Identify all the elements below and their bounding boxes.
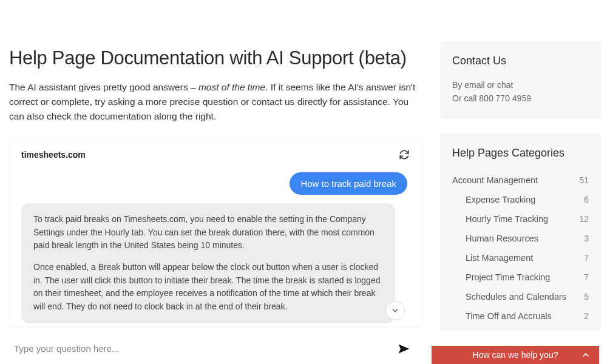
intro-text: The AI assistant gives pretty good answe… (9, 80, 422, 124)
category-item[interactable]: Project Time Tracking7 (452, 268, 589, 287)
category-count: 7 (584, 272, 589, 282)
categories-card: Help Pages Categories Account Management… (440, 133, 601, 331)
page-title: Help Page Documentation with AI Support … (9, 47, 422, 69)
contact-line: By email or chat (452, 78, 589, 92)
chat-widget: timesheets.com How to track paid break T… (9, 141, 422, 326)
ai-message: To track paid breaks on Timesheets.com, … (21, 203, 395, 323)
chat-header: timesheets.com (9, 141, 422, 169)
category-item[interactable]: Time Off and Accruals2 (452, 306, 589, 326)
intro-em: most of the time (198, 82, 265, 92)
contact-heading: Contact Us (452, 55, 589, 67)
chevron-up-icon (581, 350, 591, 360)
category-label: Hourly Time Tracking (466, 214, 548, 224)
chat-title: timesheets.com (21, 150, 86, 160)
category-count: 7 (584, 253, 589, 263)
category-count: 5 (584, 292, 589, 302)
ai-paragraph: To track paid breaks on Timesheets.com, … (33, 213, 383, 252)
categories-list: Account Management51Expense Tracking6Hou… (452, 170, 589, 326)
category-count: 3 (584, 234, 589, 243)
contact-line: Or call 800 770 4959 (452, 92, 589, 105)
category-item[interactable]: List Management7 (452, 248, 589, 268)
chevron-down-icon (391, 306, 399, 315)
contact-card: Contact Us By email or chat Or call 800 … (440, 41, 601, 119)
chat-input-row (9, 326, 422, 359)
chat-input[interactable] (12, 339, 391, 359)
category-label: Project Time Tracking (466, 272, 550, 282)
category-count: 12 (579, 214, 589, 224)
category-count: 2 (584, 311, 589, 321)
help-bar-label: How can we help you? (473, 350, 558, 360)
category-label: Account Management (452, 175, 538, 185)
category-label: List Management (466, 253, 533, 263)
category-label: Expense Tracking (466, 195, 535, 204)
ai-paragraph: Once enabled, a Break button will appear… (33, 261, 383, 314)
chat-scroll[interactable]: How to track paid break To track paid br… (15, 169, 416, 326)
refresh-icon[interactable] (399, 149, 410, 160)
help-bar[interactable]: How can we help you? (432, 346, 599, 364)
category-item[interactable]: Human Resources3 (452, 229, 589, 248)
user-message: How to track paid break (290, 172, 407, 195)
category-count: 51 (579, 175, 589, 185)
category-label: Time Off and Accruals (466, 311, 552, 321)
chat-body: How to track paid break To track paid br… (9, 169, 422, 326)
category-item[interactable]: Schedules and Calendars5 (452, 287, 589, 306)
category-item[interactable]: Hourly Time Tracking12 (452, 209, 589, 229)
intro-before: The AI assistant gives pretty good answe… (9, 82, 198, 92)
category-item[interactable]: Expense Tracking6 (452, 190, 589, 209)
category-item[interactable]: Account Management51 (452, 170, 589, 190)
send-icon[interactable] (398, 343, 410, 355)
categories-heading: Help Pages Categories (452, 147, 589, 160)
category-label: Schedules and Calendars (466, 292, 566, 302)
scroll-down-button[interactable] (385, 301, 405, 320)
category-label: Human Resources (466, 234, 538, 243)
category-count: 6 (584, 195, 589, 204)
